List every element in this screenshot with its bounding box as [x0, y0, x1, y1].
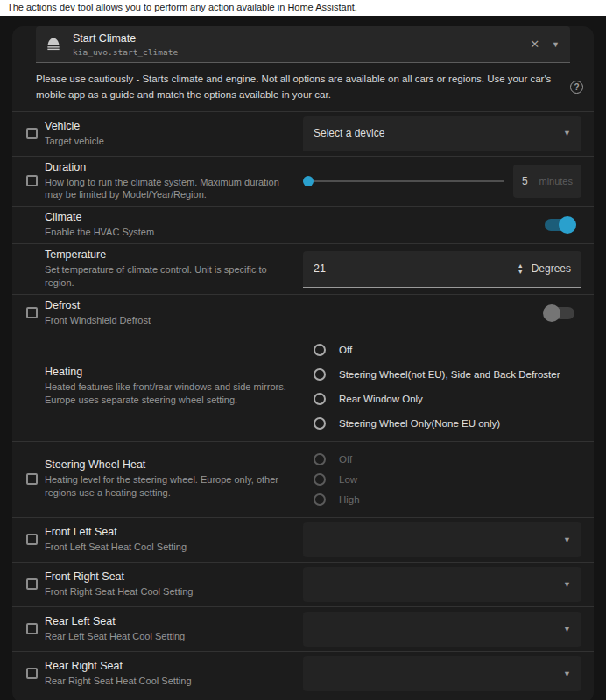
- steering-wheel-heat-title: Steering Wheel Heat: [45, 458, 291, 471]
- front-left-seat-select[interactable]: ▼: [303, 522, 581, 557]
- select-caret-icon: ▼: [563, 669, 571, 678]
- rear-right-seat-subtitle: Rear Right Seat Heat Cool Setting: [45, 675, 192, 688]
- vehicle-device-select[interactable]: Select a device ▼: [303, 116, 581, 151]
- rear-left-seat-checkbox[interactable]: [26, 623, 38, 634]
- duration-number-input[interactable]: 5 minutes: [513, 164, 581, 198]
- front-left-seat-checkbox[interactable]: [26, 534, 38, 545]
- picker-caret-icon[interactable]: ▼: [552, 40, 560, 49]
- action-description: Please use cautiously - Starts climate a…: [36, 72, 558, 103]
- radio-icon: [314, 393, 326, 405]
- defrost-title: Defrost: [45, 299, 151, 312]
- vehicle-subtitle: Target vehicle: [45, 135, 104, 148]
- steering-heat-option-high: High: [314, 494, 581, 506]
- stepper-up-icon[interactable]: ▲: [518, 262, 524, 269]
- radio-icon: [314, 473, 326, 486]
- steering-wheel-heat-subtitle: Heating level for the steering wheel. Eu…: [45, 473, 291, 500]
- heating-option-steering-side-back[interactable]: Steering Wheel(not EU), Side and Back De…: [314, 368, 581, 381]
- field-row-front-right-seat: Front Right Seat Front Right Seat Heat C…: [12, 562, 594, 606]
- temperature-input[interactable]: 21 ▲ ▼ Degrees: [303, 251, 581, 288]
- field-row-steering-wheel-heat: Steering Wheel Heat Heating level for th…: [12, 441, 594, 517]
- temperature-unit-label: Degrees: [532, 262, 571, 275]
- radio-label: High: [339, 494, 360, 505]
- select-caret-icon: ▼: [563, 580, 571, 589]
- rear-right-seat-select[interactable]: ▼: [303, 656, 581, 691]
- duration-unit-label: minutes: [539, 176, 573, 186]
- defrost-checkbox[interactable]: [26, 307, 38, 318]
- rear-right-seat-checkbox[interactable]: [26, 668, 38, 679]
- front-right-seat-checkbox[interactable]: [26, 578, 38, 590]
- heating-option-rear-window-only[interactable]: Rear Window Only: [314, 393, 581, 405]
- field-row-climate: Climate Enable the HVAC System: [12, 206, 594, 243]
- field-row-rear-left-seat: Rear Left Seat Rear Left Seat Heat Cool …: [12, 606, 594, 651]
- temperature-subtitle: Set temperature of climate control. Unit…: [45, 263, 291, 290]
- defrost-toggle[interactable]: [545, 307, 574, 319]
- toggle-knob: [543, 304, 560, 322]
- slider-thumb[interactable]: [303, 176, 314, 186]
- heating-subtitle: Heated features like front/rear windows …: [45, 381, 291, 407]
- vehicle-select-placeholder: Select a device: [314, 127, 384, 139]
- radio-label: Off: [339, 454, 352, 465]
- temperature-stepper[interactable]: ▲ ▼: [518, 262, 524, 275]
- dev-tool-intro-text: The actions dev tool allows you to perfo…: [0, 0, 606, 16]
- front-right-seat-subtitle: Front Right Seat Heat Cool Setting: [45, 585, 193, 598]
- duration-title: Duration: [45, 161, 291, 173]
- toggle-knob: [559, 216, 576, 234]
- rear-right-seat-title: Rear Right Seat: [45, 660, 192, 672]
- vehicle-title: Vehicle: [45, 120, 104, 132]
- front-right-seat-select[interactable]: ▼: [303, 567, 581, 602]
- action-description-row: Please use cautiously - Starts climate a…: [12, 63, 594, 111]
- radio-label: Off: [339, 345, 352, 355]
- radio-label: Rear Window Only: [339, 394, 423, 404]
- temperature-value: 21: [314, 262, 326, 275]
- radio-icon: [314, 344, 326, 356]
- heating-option-steering-wheel-only[interactable]: Steering Wheel Only(None EU only): [314, 417, 581, 430]
- action-form-card: Start Climate kia_uvo.start_climate ✕ ▼ …: [12, 26, 594, 700]
- rear-left-seat-title: Rear Left Seat: [45, 615, 185, 627]
- duration-value: 5: [522, 175, 528, 187]
- rear-left-seat-select[interactable]: ▼: [303, 612, 581, 647]
- steering-heat-option-low: Low: [314, 473, 581, 486]
- stepper-down-icon[interactable]: ▼: [518, 269, 524, 275]
- radio-label: Steering Wheel Only(None EU only): [339, 418, 500, 429]
- front-left-seat-title: Front Left Seat: [45, 526, 187, 538]
- temperature-title: Temperature: [45, 248, 291, 261]
- heating-option-off[interactable]: Off: [314, 344, 581, 356]
- steering-heat-option-off: Off: [314, 453, 581, 466]
- climate-subtitle: Enable the HVAC System: [45, 226, 154, 239]
- field-row-defrost: Defrost Front Windshield Defrost: [12, 294, 594, 332]
- field-row-vehicle: Vehicle Target vehicle Select a device ▼: [12, 111, 594, 156]
- defrost-subtitle: Front Windshield Defrost: [45, 314, 151, 327]
- radio-icon: [314, 453, 326, 466]
- climate-toggle[interactable]: [545, 219, 574, 231]
- select-caret-icon: ▼: [563, 625, 571, 634]
- picker-labels: Start Climate kia_uvo.start_climate: [73, 32, 178, 57]
- front-left-seat-subtitle: Front Left Seat Heat Cool Setting: [45, 541, 187, 554]
- climate-title: Climate: [45, 211, 154, 223]
- action-service-id: kia_uvo.start_climate: [73, 47, 178, 57]
- steering-wheel-heat-checkbox[interactable]: [26, 473, 38, 485]
- field-row-front-left-seat: Front Left Seat Front Left Seat Heat Coo…: [12, 517, 594, 562]
- field-row-rear-right-seat: Rear Right Seat Rear Right Seat Heat Coo…: [12, 651, 594, 696]
- climate-action-icon: [43, 34, 64, 55]
- action-title: Start Climate: [73, 32, 178, 45]
- duration-checkbox[interactable]: [26, 175, 38, 186]
- clear-action-icon[interactable]: ✕: [530, 38, 539, 51]
- field-row-duration: Duration How long to run the climate sys…: [12, 156, 594, 206]
- action-picker[interactable]: Start Climate kia_uvo.start_climate ✕ ▼: [36, 26, 570, 63]
- radio-label: Low: [339, 474, 357, 485]
- duration-subtitle: How long to run the climate system. Maxi…: [45, 176, 291, 202]
- slider-track: [303, 180, 504, 182]
- vehicle-checkbox[interactable]: [26, 128, 38, 139]
- duration-slider[interactable]: [303, 175, 504, 187]
- field-row-heating: Heating Heated features like front/rear …: [12, 332, 594, 441]
- field-row-temperature: Temperature Set temperature of climate c…: [12, 243, 594, 294]
- radio-icon: [314, 494, 326, 506]
- radio-icon: [314, 368, 326, 381]
- select-caret-icon: ▼: [563, 536, 571, 544]
- radio-icon: [314, 417, 326, 430]
- help-icon[interactable]: ?: [570, 80, 583, 94]
- heating-title: Heating: [45, 366, 291, 378]
- front-right-seat-title: Front Right Seat: [45, 570, 193, 583]
- vehicle-select-caret-icon: ▼: [563, 129, 571, 137]
- rear-left-seat-subtitle: Rear Left Seat Heat Cool Setting: [45, 630, 185, 643]
